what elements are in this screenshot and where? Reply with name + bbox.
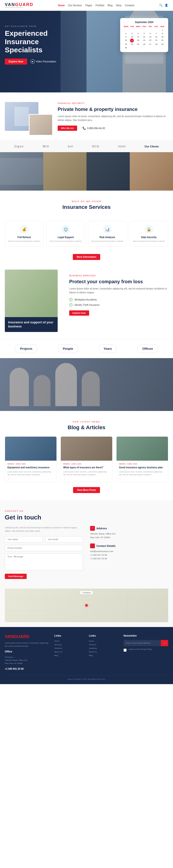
- hero-tag: GET ASSISTANCE FROM: [5, 25, 56, 27]
- footer-grid: VANGUARD Lorem ipsum dolor sit amet, con…: [5, 634, 168, 670]
- nav-shop[interactable]: Shop: [116, 4, 121, 7]
- blog-title-1: Equipment and machinery insurance: [7, 466, 54, 469]
- map-area: Contacts: [5, 589, 168, 622]
- footer-newsletter-input[interactable]: [123, 640, 161, 646]
- nav-services[interactable]: Our Services: [68, 4, 82, 7]
- user-icon[interactable]: 👤: [165, 4, 168, 7]
- footer-link-2-solutions[interactable]: Solutions: [89, 647, 119, 649]
- protect-left: Insurance and support of your business: [5, 270, 58, 332]
- footer-link-home[interactable]: Home: [54, 640, 84, 642]
- stat-offices: Offices: [137, 344, 158, 353]
- footer-link-services[interactable]: Services: [54, 644, 84, 646]
- footer-link-2-blog[interactable]: Blog: [89, 654, 119, 656]
- protect-list-item-2: ✓ Identity Theft Insurance: [69, 303, 168, 307]
- service-legal-support: ⚖️ Legal Support Sed do eiusmod sed temp…: [47, 221, 85, 247]
- nav-portfolio[interactable]: Portfolio: [96, 4, 105, 7]
- property-title: Private home & property insurance: [58, 106, 168, 112]
- photo-office-man: [86, 152, 130, 191]
- calendar-prev[interactable]: ‹: [123, 21, 124, 24]
- service-data-desc: Sed do eiusmod sed tempor ut labore: [133, 240, 165, 243]
- blog-desc-3: Lorem ipsum dolor sit amet, consectetur …: [119, 470, 166, 476]
- footer-link-2-home[interactable]: Home: [89, 640, 119, 642]
- video-button[interactable]: ▶ Video Presentation: [30, 59, 56, 64]
- more-information-button[interactable]: More Information: [73, 254, 100, 260]
- service-risk-desc: Sed do eiusmod sed tempor ut labore: [91, 240, 123, 243]
- nav-actions: 🔍 👤: [159, 4, 168, 7]
- contact-message-input[interactable]: [5, 554, 83, 570]
- form-name-email-row: [5, 536, 83, 542]
- contact-name-input[interactable]: [5, 536, 43, 542]
- nav-contacts[interactable]: Contacts: [125, 4, 134, 7]
- contact-submit-button[interactable]: Send Message: [5, 574, 27, 579]
- blog-readmore-3[interactable]: →: [119, 477, 166, 479]
- services-title: Insurance Services: [5, 204, 168, 210]
- stat-people-label: People: [63, 347, 73, 350]
- blog-readmore-1[interactable]: →: [7, 477, 54, 479]
- nav-home[interactable]: Home: [58, 4, 65, 7]
- form-phone-row: [5, 545, 83, 551]
- overlay-title: Insurance and support of your business: [8, 320, 54, 329]
- footer-links-title: Links: [54, 634, 84, 637]
- footer-link-about[interactable]: About Us: [54, 651, 84, 653]
- nav-logo[interactable]: VANGUARD INSURANCE AGENCY: [5, 2, 33, 8]
- footer-link-blog[interactable]: Blog: [54, 654, 84, 656]
- stat-years: Years: [98, 344, 117, 353]
- footer-phone[interactable]: +1 940 841 25 69: [5, 668, 50, 670]
- photo-team-meeting: [0, 152, 43, 191]
- services-section: WHAT DO WE OFFER Insurance Services: [0, 191, 173, 221]
- nav-pages[interactable]: Pages: [85, 4, 92, 7]
- contact-tag: CONTACT US: [5, 510, 168, 512]
- calendar-header: ‹ September 2024 ›: [123, 21, 165, 24]
- client-logo-zigso: Zigso: [14, 145, 24, 148]
- footer-link-2-services[interactable]: Services: [89, 644, 119, 646]
- protect-section: Insurance and support of your business B…: [0, 270, 173, 339]
- explore-button[interactable]: Explore Now: [5, 59, 27, 65]
- calendar-days-header: MON TUE WED THU FRI SAT SUN: [123, 26, 165, 28]
- blog-meta-3: MAKING JUNE 1 2024: [119, 463, 166, 465]
- footer-link-solutions[interactable]: Solutions: [54, 647, 84, 649]
- blog-content-3: MAKING JUNE 1 2024 Good insurance agency…: [117, 461, 168, 482]
- photo-strip: [0, 152, 173, 191]
- property-tag: FINANCIAL SECURITY: [58, 102, 168, 104]
- contact-email-input[interactable]: [45, 536, 83, 542]
- risk-analysis-icon: 📊: [103, 225, 112, 234]
- data-security-icon: 🔒: [145, 225, 153, 234]
- privacy-checkbox[interactable]: [123, 649, 126, 652]
- footer-newsletter-button[interactable]: →: [161, 640, 168, 646]
- service-risk-analysis: 📊 Risk Analysis Sed do eiusmod sed tempo…: [88, 221, 126, 247]
- footer-link-2-about[interactable]: About Us: [89, 651, 119, 653]
- search-icon[interactable]: 🔍: [159, 4, 163, 7]
- footer-links-title-2: Links: [89, 634, 119, 637]
- protect-title: Protect your company from loss: [69, 279, 168, 284]
- contact-desc: Adipiscing elit, sed do eiusmod tempor i…: [5, 526, 83, 533]
- blog-image-1: [5, 437, 56, 461]
- blog-card-1: MAKING JUNE 1 2024 Equipment and machine…: [5, 436, 57, 482]
- address-info: 789 Elm Street, Office #10 New York, NY …: [90, 532, 168, 539]
- blog-image-2: [61, 437, 112, 461]
- contact-detail-info: info@vaninsurance.com +1 840 847 25 69 +…: [90, 550, 168, 561]
- hero-section: GET ASSISTANCE FROM Experienced Insuranc…: [0, 11, 173, 92]
- who-we-are-button[interactable]: Who We Are: [58, 126, 77, 131]
- blog-readmore-2[interactable]: →: [63, 477, 110, 479]
- services-more-btn-container: More Information: [0, 252, 173, 267]
- footer-office-lines: Germany — 789 Elm Street, Office #10 New…: [5, 656, 50, 665]
- service-full-refund-desc: Sed do eiusmod sed tempor ut labore: [8, 240, 40, 243]
- contact-phone-input[interactable]: [5, 545, 83, 551]
- stat-projects: Projects: [15, 344, 37, 353]
- service-legal-desc: Sed do eiusmod sed tempor ut labore: [50, 240, 82, 243]
- blog-grid: MAKING JUNE 1 2024 Equipment and machine…: [5, 436, 168, 482]
- view-more-posts-button[interactable]: View More Posts: [73, 487, 100, 493]
- blog-meta-1: MAKING JUNE 1 2024: [7, 463, 54, 465]
- service-legal-name: Legal Support: [50, 236, 82, 239]
- protect-explore-button[interactable]: Explore Now: [69, 310, 89, 316]
- play-icon: ▶: [30, 59, 35, 64]
- stats-bar: Projects People Years Offices: [0, 339, 173, 358]
- blog-meta-2: MAKING JUNE 1 2024: [63, 463, 110, 465]
- legal-support-icon: ⚖️: [61, 225, 70, 234]
- contact-details: 📍 Address 789 Elm Street, Office #10 New…: [90, 526, 168, 579]
- calendar-next[interactable]: ›: [165, 21, 165, 24]
- footer-office-section: Office Germany — 789 Elm Street, Office …: [5, 650, 50, 665]
- footer-newsletter-title: Newsletter: [123, 634, 168, 637]
- nav-blog[interactable]: Blog: [108, 4, 112, 7]
- footer-links-section: Links Home Services Solutions About Us B…: [54, 634, 84, 670]
